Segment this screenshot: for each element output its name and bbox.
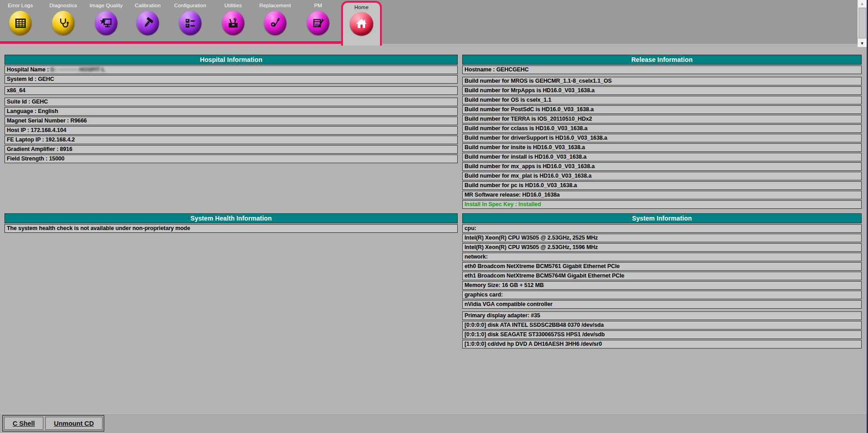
footer-bar: C Shell Unmount CD xyxy=(0,413,868,433)
c-shell-button[interactable]: C Shell xyxy=(4,417,43,430)
table-row: Build number for TERRA is IOS_20110510_H… xyxy=(462,115,862,123)
panel-hospital-information: Hospital Information Hospital Name : S··… xyxy=(5,55,458,163)
table-row: Build number for install is HD16.0_V03_1… xyxy=(462,153,862,161)
toolbar-button-label: Error Logs xyxy=(0,3,42,9)
table-row: Build number for insite is HD16.0_V03_16… xyxy=(462,143,862,152)
wrench-bolt-icon xyxy=(269,17,282,29)
toolbar-button-calibration[interactable]: Calibration xyxy=(127,0,169,35)
table-row: [0:0:1:0] disk SEAGATE ST3300657SS HPS1 … xyxy=(462,330,862,339)
table-row: nVidia VGA compatible controller xyxy=(462,300,862,309)
table-row: Field Strength : 15000 xyxy=(5,155,458,163)
replacement-oval xyxy=(264,11,286,35)
table-row: Build number for OS is cselx_1.1 xyxy=(462,96,862,104)
home-oval xyxy=(350,12,373,36)
release-information-title: Release Information xyxy=(462,55,862,65)
table-row: Intel(R) Xeon(R) CPU W3505 @ 2.53GHz, 15… xyxy=(462,243,862,252)
stethoscope-icon xyxy=(57,17,70,29)
hammer-icon xyxy=(141,17,154,29)
toolbar-button-label: Diagnostics xyxy=(42,3,84,9)
toolbar-accent-line xyxy=(0,41,343,44)
table-row: Gradient Amplifier : 8916 xyxy=(5,145,458,154)
toolbar-button-label: PM xyxy=(297,3,339,9)
panel-system-information: System Information cpu: Intel(R) Xeon(R)… xyxy=(462,213,862,348)
table-row: Suite Id : GEHC xyxy=(5,98,458,106)
table-row: MR Software release: HD16.0_1638a xyxy=(462,191,862,199)
table-row: eth0 Broadcom NetXtreme BCM5761 Gigabit … xyxy=(462,262,862,271)
footer-button-group: C Shell Unmount CD xyxy=(2,415,104,432)
toolbar-button-label: Image Quality xyxy=(85,3,127,9)
table-row: eth1 Broadcom NetXtreme BCM5764M Gigabit… xyxy=(462,272,862,280)
scroll-down-arrow-icon[interactable]: ▼ xyxy=(858,40,867,47)
install-in-spec-key-row: Install In Spec Key : Installed xyxy=(462,200,862,209)
hospital-information-rows: Hospital Name : S·· ·········· HOSPIT·L … xyxy=(5,66,458,163)
utilities-oval xyxy=(222,11,244,35)
table-row: network: xyxy=(462,253,862,261)
system-information-rows: cpu: Intel(R) Xeon(R) CPU W3505 @ 2.53GH… xyxy=(462,224,862,348)
panel-system-health-information: System Health Information The system hea… xyxy=(5,213,458,233)
svg-text:31: 31 xyxy=(315,23,319,27)
table-row: FE Laptop IP : 192.168.4.2 xyxy=(5,136,458,144)
table-row: Language : English xyxy=(5,107,458,116)
release-information-rows: Hostname : GEHCGEHC Build number for MRO… xyxy=(462,66,862,209)
hospital-information-title: Hospital Information xyxy=(5,55,458,65)
table-row: The system health check is not available… xyxy=(5,224,458,233)
panel-release-information: Release Information Hostname : GEHCGEHC … xyxy=(462,55,862,209)
toolbar-button-configuration[interactable]: Configuration xyxy=(169,0,211,35)
table-row: Primary display adapter: #35 xyxy=(462,311,862,320)
table-row: x86_64 xyxy=(5,86,458,95)
hospital-name-label: Hospital Name : xyxy=(7,66,50,73)
pm-oval: 31 xyxy=(307,11,329,35)
toolbar-tab-home[interactable]: Home xyxy=(341,1,382,46)
error-logs-oval xyxy=(9,11,32,35)
table-row: Intel(R) Xeon(R) CPU W3505 @ 2.53GHz, 25… xyxy=(462,234,862,242)
table-row: Build number for mx_apps is HD16.0_V03_1… xyxy=(462,162,862,171)
table-row: Hostname : GEHCGEHC xyxy=(462,66,862,74)
table-row: Memory Size: 16 GB + 512 MB xyxy=(462,281,862,290)
table-row: Host IP : 172.168.4.104 xyxy=(5,126,458,135)
scroll-thumb[interactable] xyxy=(859,8,866,38)
toolbar-button-label: Configuration xyxy=(169,3,211,9)
table-row: Build number for mx_plat is HD16.0_V03_1… xyxy=(462,172,862,180)
table-row: Build number for MROS is GEHCMR_1.1-8_cs… xyxy=(462,77,862,85)
monitor-star-icon xyxy=(100,17,113,29)
toolbar: Error Logs Diagnostics Image Quality xyxy=(0,0,868,44)
diagnostics-oval xyxy=(52,11,75,35)
toolbar-scrollbar[interactable]: ▲ ▼ xyxy=(858,0,867,47)
home-icon xyxy=(355,17,368,31)
toolbar-button-diagnostics[interactable]: Diagnostics xyxy=(42,0,84,35)
toolbar-button-error-logs[interactable]: Error Logs xyxy=(0,0,42,35)
hospital-name-redacted: S·· ·········· HOSPIT·L xyxy=(50,66,105,73)
table-row: Build number for cclass is HD16.0_V03_16… xyxy=(462,124,862,133)
calendar-wrench-icon: 31 xyxy=(312,17,324,29)
toolbar-button-label: Calibration xyxy=(127,3,169,9)
table-row: cpu: xyxy=(462,224,862,233)
table-row: Magnet Serial Number : R9666 xyxy=(5,117,458,125)
table-grid-icon xyxy=(14,17,27,29)
table-row: Build number for PostSdC is HD16.0_V03_1… xyxy=(462,105,862,114)
system-health-rows: The system health check is not available… xyxy=(5,224,458,233)
calibration-oval xyxy=(136,11,159,35)
scroll-up-arrow-icon[interactable]: ▲ xyxy=(858,0,867,7)
table-row: [1:0:0:0] cd/dvd hp DVD A DH16AESH 3HH6 … xyxy=(462,340,862,348)
toolbar-button-image-quality[interactable]: Image Quality xyxy=(85,0,127,35)
toolbar-button-label: Utilities xyxy=(212,3,254,9)
table-row: Hospital Name : S·· ·········· HOSPIT·L xyxy=(5,66,458,74)
table-row: Build number for pc is HD16.0_V03_1638.a xyxy=(462,181,862,190)
toolbar-button-replacement[interactable]: Replacement xyxy=(254,0,296,35)
configuration-oval xyxy=(179,11,202,35)
table-row: Build number for driverSupport is HD16.0… xyxy=(462,134,862,142)
toolbar-button-utilities[interactable]: Utilities xyxy=(212,0,254,35)
system-information-title: System Information xyxy=(462,213,862,223)
table-row: Build number for MrpApps is HD16.0_V03_1… xyxy=(462,86,862,95)
image-quality-oval xyxy=(95,11,117,35)
checklist-icon xyxy=(184,17,197,29)
table-row: System Id : GEHC xyxy=(5,75,458,84)
unmount-cd-button[interactable]: Unmount CD xyxy=(45,417,103,430)
table-row: [0:0:0:0] disk ATA INTEL SSDSC2BB48 0370… xyxy=(462,321,862,329)
toolbox-icon xyxy=(227,17,239,29)
toolbar-button-label: Replacement xyxy=(254,3,296,9)
system-health-title: System Health Information xyxy=(5,213,458,223)
table-row: graphics card: xyxy=(462,291,862,299)
toolbar-button-label: Home xyxy=(343,5,380,11)
toolbar-button-pm[interactable]: PM 31 xyxy=(297,0,339,35)
